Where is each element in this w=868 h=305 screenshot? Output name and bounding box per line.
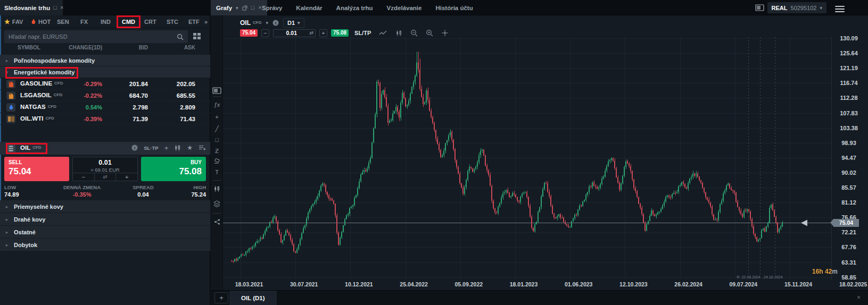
group-row-dobytok[interactable]: ▸Dobytok xyxy=(0,239,210,251)
zoom-in-icon[interactable] xyxy=(426,29,433,37)
market-watch-window-tab[interactable]: Sledovanie trhu □ × xyxy=(0,0,63,15)
chevron-down-icon[interactable]: ▾ xyxy=(266,20,268,26)
group-row[interactable]: ▾Energetické komodity xyxy=(0,66,210,78)
group-row-priemyseln-kovy[interactable]: ▸Priemyselné kovy xyxy=(0,200,210,213)
layers-icon[interactable] xyxy=(211,200,223,207)
hamburger-menu-icon[interactable] xyxy=(835,4,845,14)
list-item-oil-selected[interactable]: OILCFD i SL·TP + ★ xyxy=(0,142,210,155)
sell-button[interactable]: SELL 75.04 xyxy=(4,157,69,181)
market-tab-stc[interactable]: STC xyxy=(167,15,178,28)
volume-mode-toggle-icon[interactable]: ⇄ xyxy=(94,173,116,181)
swap-icon[interactable]: ⇄ xyxy=(309,30,315,36)
function-icon[interactable]: ƒx xyxy=(211,101,223,108)
timeframe-value: D1 xyxy=(287,20,295,26)
volume-plus-button[interactable]: + xyxy=(115,173,137,181)
chevron-down-icon[interactable]: ▾ xyxy=(236,5,238,11)
add-chart-button[interactable]: + xyxy=(214,292,228,303)
group-row-ostatn-[interactable]: ▸Ostatné xyxy=(0,226,210,239)
chart-tab-oil-d1[interactable]: OIL (D1) xyxy=(229,291,277,305)
buy-button[interactable]: BUY 75.08 xyxy=(141,157,206,181)
market-tab-sen[interactable]: SEN xyxy=(57,15,69,28)
market-watch-panel: ★FAVHOTSENFXINDCMDCRTSTCETF» SYMBOL CHAN… xyxy=(0,15,210,305)
group-row[interactable]: ▸Poľnohospodárske komodity xyxy=(0,55,210,66)
tab-2[interactable]: Kalendár xyxy=(296,5,322,11)
tab-3[interactable]: Analýza trhu xyxy=(336,5,373,11)
chart-type-line-icon[interactable] xyxy=(379,30,387,36)
close-icon[interactable]: × xyxy=(258,5,261,11)
add-indicator-icon[interactable]: + xyxy=(211,114,223,120)
zoom-out-icon[interactable] xyxy=(410,29,418,37)
info-icon[interactable]: i xyxy=(272,20,279,26)
volume-minus-button[interactable]: − xyxy=(73,173,94,181)
share-icon[interactable] xyxy=(211,218,223,225)
sltp-button[interactable]: SL/TP xyxy=(354,30,371,36)
date-label: 30.07.2021 xyxy=(283,281,325,287)
account-selector[interactable]: REAL 50295102 ▾ xyxy=(767,2,826,13)
change-value: -0.39% xyxy=(65,116,102,122)
price-axis-separator xyxy=(831,36,832,281)
account-mode: REAL xyxy=(772,5,788,11)
list-item-lsgasoil[interactable]: LSGASOILCFD-0.22%684.70685.55 xyxy=(0,90,210,101)
trendline-icon[interactable]: ╱ xyxy=(211,125,223,132)
candles-icon[interactable] xyxy=(211,185,223,192)
close-icon[interactable]: × xyxy=(857,294,861,301)
volume-value: 0.01 xyxy=(274,30,309,36)
list-item-oil.wti[interactable]: OIL.WTICFD-0.39%71.3971.43 xyxy=(0,113,210,125)
popout-icon[interactable] xyxy=(242,5,247,11)
price-tick: 98.93 xyxy=(833,140,865,146)
sltp-button[interactable]: SL·TP xyxy=(144,145,158,151)
market-tab-etf[interactable]: ETF xyxy=(188,15,200,28)
volume-value[interactable]: 0.01 xyxy=(73,159,137,166)
buy-price-badge[interactable]: 75.08 xyxy=(331,29,349,37)
market-tab-fav[interactable]: ★FAV xyxy=(4,15,23,28)
tab-5[interactable]: História účtu xyxy=(435,5,473,11)
price-tick: 130.09 xyxy=(833,35,865,41)
maximize-icon[interactable]: □ xyxy=(251,5,255,11)
search-icon[interactable] xyxy=(177,33,184,40)
favorite-star-icon[interactable]: ★ xyxy=(187,144,193,151)
list-item-gasoline[interactable]: GASOLINECFD-0.29%201.84202.05 xyxy=(0,78,210,90)
candlestick-chart-canvas[interactable] xyxy=(223,36,831,281)
chart-symbol[interactable]: OILCFD xyxy=(240,19,261,27)
workspace-icon[interactable] xyxy=(211,87,223,94)
svg-text:i: i xyxy=(275,21,276,26)
column-ask[interactable]: ASK xyxy=(158,45,195,50)
grid-view-icon[interactable] xyxy=(193,32,201,40)
date-label: 18.02.2025 xyxy=(832,281,868,287)
list-item-natgas[interactable]: NATGASCFD0.54%2.7982.809 xyxy=(0,101,210,113)
timeframe-selector[interactable]: D1 ▾ xyxy=(283,18,304,28)
tab-4[interactable]: Vzdelávanie xyxy=(387,5,422,11)
measure-icon[interactable]: Ƶ xyxy=(211,148,223,154)
chart-type-candles-icon[interactable] xyxy=(395,30,402,37)
column-bid[interactable]: BID xyxy=(111,45,148,50)
market-tab-crt[interactable]: CRT xyxy=(144,15,156,28)
watchlist-add-icon[interactable] xyxy=(199,145,206,151)
workspace-layout-icon[interactable] xyxy=(755,4,764,11)
market-tab-ind[interactable]: IND xyxy=(101,15,111,28)
ask-value: 685.55 xyxy=(158,92,195,99)
search-box[interactable] xyxy=(4,30,188,43)
market-tab-fx[interactable]: FX xyxy=(80,15,88,28)
rectangle-icon[interactable]: □ xyxy=(211,137,223,143)
eraser-icon[interactable] xyxy=(211,158,223,164)
more-tabs-icon[interactable]: » xyxy=(204,15,208,28)
tab-1[interactable]: Správy xyxy=(262,5,282,11)
market-tab-hot[interactable]: HOT xyxy=(31,15,51,28)
add-order-icon[interactable]: + xyxy=(164,145,169,151)
group-row-drah-kovy[interactable]: ▸Drahé kovy xyxy=(0,213,210,226)
pan-crosshair-icon[interactable] xyxy=(441,29,449,37)
column-symbol[interactable]: SYMBOL xyxy=(18,45,40,50)
bid-value: 2.798 xyxy=(111,104,148,111)
ask-value: 202.05 xyxy=(158,81,195,87)
close-icon[interactable]: × xyxy=(60,5,63,11)
info-icon[interactable]: i xyxy=(131,145,138,151)
tab-charts[interactable]: Grafy ▾ □ × xyxy=(211,0,267,15)
open-chart-icon[interactable] xyxy=(174,145,181,151)
flame-icon xyxy=(31,19,36,25)
maximize-icon[interactable]: □ xyxy=(53,5,57,11)
column-change[interactable]: CHANGE(1D) xyxy=(65,45,102,50)
sell-price-badge[interactable]: 75.04 xyxy=(240,29,258,37)
text-icon[interactable]: T xyxy=(211,169,223,175)
market-tab-cmd[interactable]: CMD xyxy=(122,15,135,28)
search-input[interactable] xyxy=(9,33,177,40)
